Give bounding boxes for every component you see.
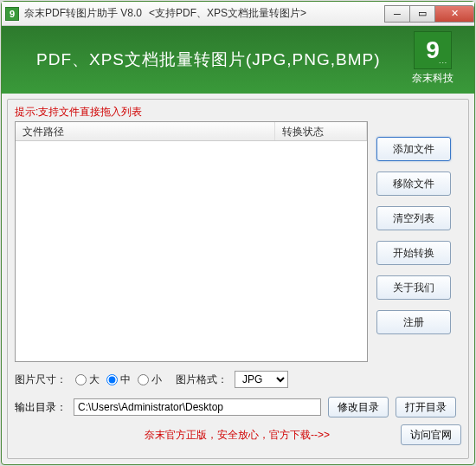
open-dir-button[interactable]: 打开目录 bbox=[396, 397, 456, 417]
banner-title: PDF、XPS文档批量转图片(JPG,PNG,BMP) bbox=[36, 49, 381, 71]
clear-list-button[interactable]: 清空列表 bbox=[376, 206, 451, 230]
visit-website-button[interactable]: 访问官网 bbox=[401, 424, 461, 445]
app-window: 9 奈末PDF转图片助手 V8.0 <支持PDF、XPS文档批量转图片> ─ ▭… bbox=[1, 1, 475, 465]
window-controls: ─ ▭ ✕ bbox=[385, 5, 474, 23]
image-format-select[interactable]: JPG bbox=[235, 371, 288, 388]
output-row: 输出目录： 修改目录 打开目录 bbox=[15, 397, 461, 417]
file-table[interactable]: 文件路径 转换状态 bbox=[15, 121, 368, 362]
window-subtitle: <支持PDF、XPS文档批量转图片> bbox=[149, 6, 306, 21]
add-file-button[interactable]: 添加文件 bbox=[376, 137, 451, 161]
size-medium-option[interactable]: 中 bbox=[106, 372, 131, 387]
column-status[interactable]: 转换状态 bbox=[275, 122, 367, 140]
drag-hint: 提示:支持文件直接拖入列表 bbox=[15, 105, 461, 120]
options-row: 图片尺寸： 大 中 小 图片格式： JPG bbox=[15, 371, 461, 388]
table-header: 文件路径 转换状态 bbox=[16, 122, 367, 141]
official-notice: 奈末官方正版，安全放心，官方下载-->> bbox=[145, 428, 330, 443]
image-format-label: 图片格式： bbox=[176, 372, 228, 387]
about-us-button[interactable]: 关于我们 bbox=[376, 275, 451, 300]
minimize-button[interactable]: ─ bbox=[384, 5, 410, 23]
close-button[interactable]: ✕ bbox=[434, 5, 474, 23]
size-large-option[interactable]: 大 bbox=[75, 372, 100, 387]
remove-file-button[interactable]: 移除文件 bbox=[376, 172, 451, 196]
window-title: 奈末PDF转图片助手 V8.0 bbox=[24, 6, 142, 21]
logo-icon: 9 ... bbox=[414, 31, 452, 69]
image-size-label: 图片尺寸： bbox=[15, 372, 67, 387]
register-button[interactable]: 注册 bbox=[376, 310, 451, 334]
titlebar: 9 奈末PDF转图片助手 V8.0 <支持PDF、XPS文档批量转图片> ─ ▭… bbox=[2, 2, 474, 26]
size-small-radio[interactable] bbox=[138, 374, 149, 385]
column-file-path[interactable]: 文件路径 bbox=[16, 122, 275, 140]
size-large-radio[interactable] bbox=[75, 374, 87, 385]
logo-dots-icon: ... bbox=[439, 57, 447, 65]
content-panel: 提示:支持文件直接拖入列表 文件路径 转换状态 添加文件 移除文件 清空列表 开… bbox=[7, 99, 469, 459]
footer-row: 奈末官方正版，安全放心，官方下载-->> 访问官网 bbox=[15, 424, 461, 445]
maximize-button[interactable]: ▭ bbox=[409, 5, 435, 23]
company-name: 奈末科技 bbox=[412, 71, 453, 86]
modify-dir-button[interactable]: 修改目录 bbox=[328, 397, 389, 417]
output-dir-label: 输出目录： bbox=[15, 400, 67, 415]
logo-letter: 9 bbox=[426, 36, 440, 64]
company-logo: 9 ... 奈末科技 bbox=[407, 31, 459, 87]
app-icon: 9 bbox=[5, 7, 19, 21]
size-medium-radio[interactable] bbox=[106, 374, 118, 385]
start-convert-button[interactable]: 开始转换 bbox=[376, 241, 451, 265]
size-small-option[interactable]: 小 bbox=[138, 372, 162, 387]
side-buttons: 添加文件 移除文件 清空列表 开始转换 关于我们 注册 bbox=[376, 121, 451, 362]
banner: PDF、XPS文档批量转图片(JPG,PNG,BMP) 9 ... 奈末科技 bbox=[2, 26, 474, 94]
output-dir-input[interactable] bbox=[74, 398, 321, 416]
